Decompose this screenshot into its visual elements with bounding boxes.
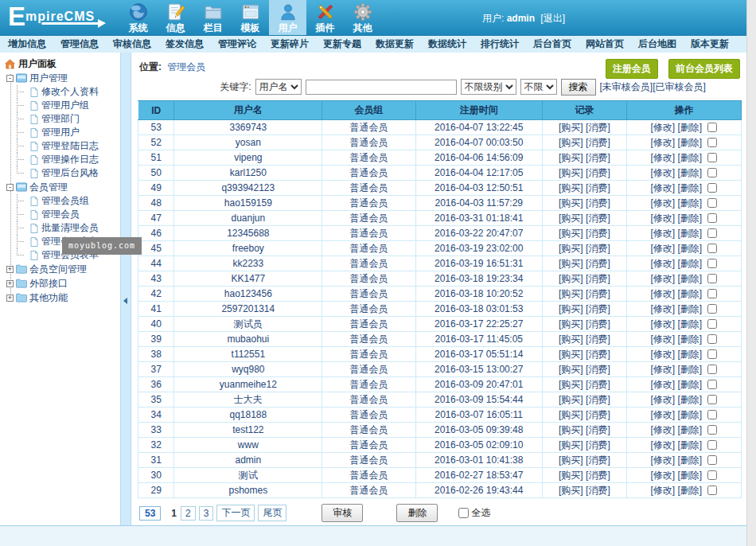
delete-member-link[interactable]: [删除] <box>677 137 702 148</box>
consume-record-link[interactable]: [消费] <box>586 182 610 193</box>
buy-record-link[interactable]: [购买] <box>559 288 583 299</box>
delete-member-link[interactable]: [删除] <box>677 439 702 450</box>
consume-record-link[interactable]: [消费] <box>586 137 610 148</box>
edit-member-link[interactable]: [修改] <box>650 470 675 481</box>
tree-section-row[interactable]: - 用户管理 <box>6 71 120 85</box>
expand-icon[interactable]: + <box>6 280 14 287</box>
buy-record-link[interactable]: [购买] <box>559 454 583 466</box>
buy-record-link[interactable]: [购买] <box>559 364 583 375</box>
nav-item-info[interactable]: 信息 <box>157 0 194 35</box>
consume-record-link[interactable]: [消费] <box>586 167 610 178</box>
subnav-link[interactable]: 后台地图 <box>638 37 676 51</box>
consume-record-link[interactable]: [消费] <box>586 349 610 360</box>
delete-member-link[interactable]: [删除] <box>677 349 702 360</box>
edit-member-link[interactable]: [修改] <box>650 258 675 269</box>
expand-icon[interactable]: + <box>6 266 14 273</box>
delete-member-link[interactable]: [删除] <box>677 182 702 193</box>
edit-member-link[interactable]: [修改] <box>650 485 675 496</box>
subnav-link[interactable]: 后台首页 <box>533 37 571 51</box>
row-select-checkbox[interactable] <box>707 289 717 298</box>
buy-record-link[interactable]: [购买] <box>559 424 583 435</box>
consume-record-link[interactable]: [消费] <box>586 197 610 209</box>
subnav-link[interactable]: 管理评论 <box>218 37 256 51</box>
consume-record-link[interactable]: [消费] <box>586 213 610 224</box>
buy-record-link[interactable]: [购买] <box>559 349 583 360</box>
buy-record-link[interactable]: [购买] <box>559 485 583 496</box>
last-page-link[interactable]: 尾页 <box>258 505 286 521</box>
unaudited-members-link[interactable]: [未审核会员] <box>600 81 653 92</box>
tree-section-label[interactable]: 用户管理 <box>29 72 68 85</box>
buy-record-link[interactable]: [购买] <box>559 318 583 330</box>
edit-member-link[interactable]: [修改] <box>650 197 675 209</box>
tree-leaf-item[interactable]: 批量清理会员 <box>6 221 120 235</box>
consume-record-link[interactable]: [消费] <box>586 303 610 314</box>
subnav-link[interactable]: 数据更新 <box>376 37 414 51</box>
row-select-checkbox[interactable] <box>707 274 717 283</box>
delete-member-link[interactable]: [删除] <box>677 424 702 435</box>
row-select-checkbox[interactable] <box>707 425 717 435</box>
delete-member-link[interactable]: [删除] <box>677 333 702 345</box>
consume-record-link[interactable]: [消费] <box>586 379 610 390</box>
nav-item-users[interactable]: 用户 <box>269 0 306 35</box>
delete-member-link[interactable]: [删除] <box>677 258 702 269</box>
subnav-link[interactable]: 管理信息 <box>60 37 99 51</box>
consume-record-link[interactable]: [消费] <box>586 439 610 450</box>
search-input[interactable] <box>306 80 457 95</box>
tree-leaf-item[interactable]: 管理操作日志 <box>6 153 120 166</box>
search-button[interactable]: 搜索 <box>561 79 596 96</box>
delete-member-link[interactable]: [删除] <box>677 197 702 209</box>
audited-members-link[interactable]: [已审核会员] <box>653 81 706 92</box>
consume-record-link[interactable]: [消费] <box>586 243 610 254</box>
tree-leaf-item[interactable]: 管理用户组 <box>6 99 120 112</box>
nav-item-templates[interactable]: 模板 <box>232 0 269 35</box>
delete-member-link[interactable]: [删除] <box>677 228 702 239</box>
consume-record-link[interactable]: [消费] <box>586 485 610 496</box>
buy-record-link[interactable]: [购买] <box>559 394 583 405</box>
delete-member-link[interactable]: [删除] <box>677 152 702 163</box>
edit-member-link[interactable]: [修改] <box>650 213 675 224</box>
collapse-icon[interactable]: - <box>6 184 14 191</box>
edit-member-link[interactable]: [修改] <box>650 349 675 360</box>
consume-record-link[interactable]: [消费] <box>586 152 610 163</box>
edit-member-link[interactable]: [修改] <box>650 273 675 284</box>
row-select-checkbox[interactable] <box>707 183 717 193</box>
page-link[interactable]: 3 <box>199 506 214 521</box>
subnav-link[interactable]: 更新专题 <box>323 37 361 51</box>
consume-record-link[interactable]: [消费] <box>586 470 610 481</box>
buy-record-link[interactable]: [购买] <box>559 439 583 450</box>
consume-record-link[interactable]: [消费] <box>586 273 610 284</box>
tree-section-label[interactable]: 会员空间管理 <box>29 263 87 276</box>
row-select-checkbox[interactable] <box>707 440 717 450</box>
edit-member-link[interactable]: [修改] <box>650 228 675 239</box>
delete-member-link[interactable]: [删除] <box>677 167 702 178</box>
row-select-checkbox[interactable] <box>707 334 717 344</box>
register-member-button[interactable]: 注册会员 <box>606 59 658 79</box>
subnav-link[interactable]: 版本更新 <box>691 37 729 51</box>
consume-record-link[interactable]: [消费] <box>586 364 610 375</box>
consume-record-link[interactable]: [消费] <box>586 454 610 466</box>
tree-leaf-item[interactable]: 管理后台风格 <box>6 166 120 180</box>
row-select-checkbox[interactable] <box>707 319 717 329</box>
tree-leaf-item[interactable]: 管理登陆日志 <box>6 139 120 153</box>
row-select-checkbox[interactable] <box>707 213 717 223</box>
delete-member-link[interactable]: [删除] <box>677 243 702 254</box>
expand-icon[interactable]: + <box>6 294 14 302</box>
delete-member-link[interactable]: [删除] <box>677 379 702 390</box>
delete-member-link[interactable]: [删除] <box>677 485 702 496</box>
edit-member-link[interactable]: [修改] <box>650 333 675 345</box>
sidebar-splitter[interactable] <box>120 53 131 525</box>
row-select-checkbox[interactable] <box>707 470 717 480</box>
front-member-list-button[interactable]: 前台会员列表 <box>668 59 740 79</box>
edit-member-link[interactable]: [修改] <box>650 167 675 178</box>
tree-leaf-item[interactable]: 管理部门 <box>6 112 120 126</box>
tree-section-label[interactable]: 其他功能 <box>29 291 68 305</box>
delete-member-link[interactable]: [删除] <box>677 213 702 224</box>
subnav-link[interactable]: 签发信息 <box>166 37 204 51</box>
edit-member-link[interactable]: [修改] <box>650 379 675 390</box>
edit-member-link[interactable]: [修改] <box>650 137 675 148</box>
delete-member-link[interactable]: [删除] <box>677 394 702 405</box>
tree-section-member-space[interactable]: + 会员空间管理 <box>6 262 120 276</box>
buy-record-link[interactable]: [购买] <box>559 258 583 269</box>
buy-record-link[interactable]: [购买] <box>559 409 583 420</box>
delete-member-link[interactable]: [删除] <box>677 122 702 133</box>
